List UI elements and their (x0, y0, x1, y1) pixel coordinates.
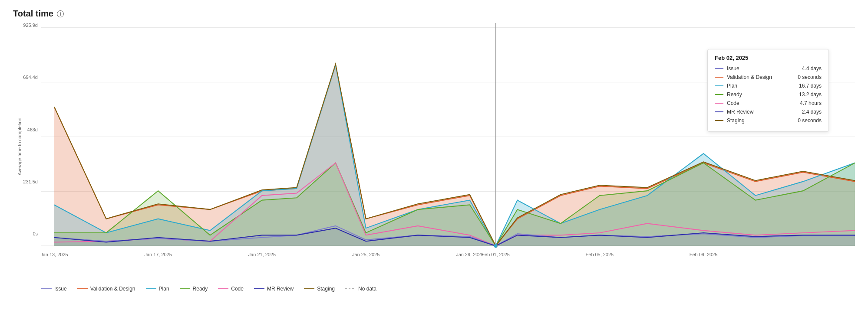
tooltip-value-plan: 16.7 days (799, 83, 822, 89)
tooltip-line-code (715, 103, 723, 104)
legend-item-issue: Issue (41, 286, 67, 292)
tooltip-value-issue: 4.4 days (802, 65, 822, 72)
legend-label-issue: Issue (54, 286, 67, 292)
tooltip-value-ready: 13.2 days (799, 91, 822, 98)
svg-text:Feb 05, 2025: Feb 05, 2025 (586, 251, 614, 257)
tooltip-label-plan: Plan (727, 83, 737, 89)
legend-item-staging: Staging (304, 286, 335, 292)
legend-line-code (218, 288, 228, 289)
legend-label-nodata: No data (358, 286, 376, 292)
legend-line-issue (41, 288, 52, 289)
tooltip-row-mrreview: MR Review 2.4 days (715, 109, 822, 115)
legend-label-ready: Ready (193, 286, 208, 292)
legend-item-ready: Ready (180, 286, 208, 292)
legend-item-nodata: No data (345, 286, 376, 292)
tooltip-line-issue (715, 68, 723, 69)
legend-label-plan: Plan (159, 286, 169, 292)
legend-item-code: Code (218, 286, 244, 292)
tooltip-row-plan: Plan 16.7 days (715, 83, 822, 89)
tooltip-line-ready (715, 94, 723, 95)
legend-line-plan (146, 288, 156, 289)
tooltip-label-staging: Staging (727, 118, 745, 124)
tooltip-line-staging (715, 120, 723, 121)
legend-item-plan: Plan (146, 286, 169, 292)
legend-line-validation (77, 288, 88, 289)
tooltip-line-validation (715, 77, 723, 78)
svg-text:Jan 25, 2025: Jan 25, 2025 (352, 251, 380, 257)
title-text: Total time (13, 9, 53, 19)
svg-text:Feb 01, 2025: Feb 01, 2025 (482, 251, 510, 257)
legend-label-mrreview: MR Review (267, 286, 294, 292)
svg-point-8 (494, 244, 498, 248)
tooltip-row-issue: Issue 4.4 days (715, 65, 822, 72)
chart-area: Jan 13, 2025 Jan 17, 2025 Jan 21, 2025 J… (41, 23, 855, 270)
tooltip-value-code: 4.7 hours (800, 100, 822, 106)
tooltip-label-mrreview: MR Review (727, 109, 753, 115)
legend-item-mrreview: MR Review (254, 286, 294, 292)
legend-label-code: Code (231, 286, 244, 292)
y-axis: Average time to completion 925.9d 694.4d… (13, 23, 41, 270)
legend-label-staging: Staging (317, 286, 335, 292)
legend-line-mrreview (254, 288, 264, 289)
tooltip-row-validation: Validation & Design 0 seconds (715, 74, 822, 80)
legend-item-validation: Validation & Design (77, 286, 135, 292)
tooltip-label-ready: Ready (727, 91, 742, 98)
y-tick-2: 694.4d (13, 75, 41, 80)
tooltip-label-issue: Issue (727, 65, 739, 72)
legend-line-ready (180, 288, 190, 289)
svg-text:Feb 09, 2025: Feb 09, 2025 (690, 251, 718, 257)
chart-container: Average time to completion 925.9d 694.4d… (13, 23, 855, 270)
page-title: Total time i (13, 9, 855, 19)
tooltip-value-staging: 0 seconds (798, 118, 822, 124)
tooltip-value-validation: 0 seconds (798, 74, 822, 80)
svg-text:Jan 13, 2025: Jan 13, 2025 (41, 251, 68, 257)
y-tick-1: 925.9d (13, 23, 41, 28)
info-icon[interactable]: i (57, 10, 64, 17)
legend-line-nodata (345, 288, 356, 289)
svg-text:Jan 29, 2025: Jan 29, 2025 (456, 251, 483, 257)
tooltip-value-mrreview: 2.4 days (802, 109, 822, 115)
y-tick-5: 0s (13, 232, 41, 253)
tooltip: Feb 02, 2025 Issue 4.4 days Validation &… (707, 49, 829, 132)
tooltip-row-code: Code 4.7 hours (715, 100, 822, 106)
y-axis-label: Average time to completion (17, 118, 22, 175)
legend: Issue Validation & Design Plan Ready Cod… (13, 279, 855, 295)
tooltip-date: Feb 02, 2025 (715, 55, 822, 61)
legend-line-staging (304, 288, 314, 289)
svg-text:Jan 21, 2025: Jan 21, 2025 (248, 251, 276, 257)
tooltip-label-validation: Validation & Design (727, 74, 772, 80)
tooltip-row-staging: Staging 0 seconds (715, 118, 822, 124)
tooltip-line-plan (715, 85, 723, 86)
legend-label-validation: Validation & Design (90, 286, 135, 292)
tooltip-line-mrreview (715, 111, 723, 112)
tooltip-label-code: Code (727, 100, 739, 106)
tooltip-row-ready: Ready 13.2 days (715, 91, 822, 98)
svg-text:Jan 17, 2025: Jan 17, 2025 (144, 251, 172, 257)
